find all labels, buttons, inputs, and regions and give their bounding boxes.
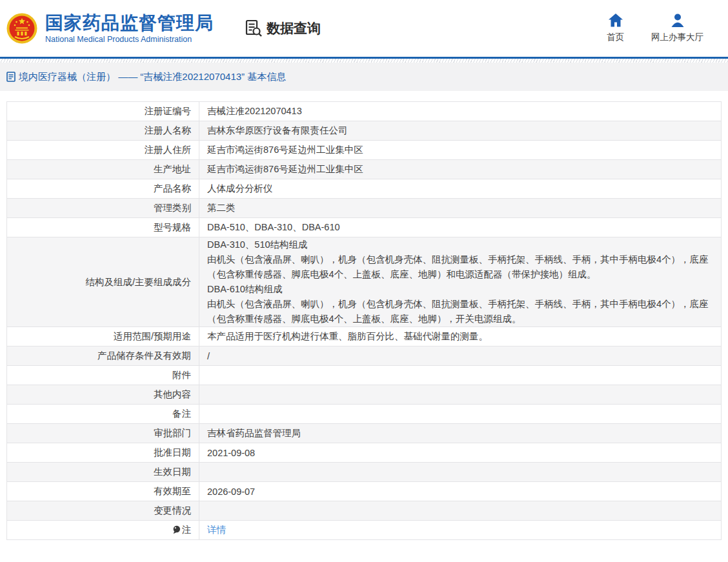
row-value [199,366,722,385]
row-value: / [199,346,722,366]
national-emblem-icon [6,13,37,44]
row-label-text: 管理类别 [154,203,191,213]
site-titles: 国家药品监督管理局 National Medical Products Admi… [45,13,214,44]
table-row: 产品储存条件及有效期/ [7,346,722,366]
row-value: 第二类 [199,199,722,218]
table-row: 注册人住所延吉市鸿运街876号延边州工业集中区 [7,141,722,160]
row-label-text: 生效日期 [154,467,191,477]
row-label: 产品储存条件及有效期 [7,346,199,366]
table-row: 其他内容 [7,385,722,405]
row-value: DBA-510、DBA-310、DBA-610 [199,218,722,237]
row-label-text: 结构及组成/主要组成成分 [85,277,191,287]
row-label-text: 产品储存条件及有效期 [97,350,191,361]
row-value [199,501,722,521]
registration-table-body: 注册证编号吉械注准20212070413注册人名称吉林东华原医疗设备有限责任公司… [7,102,722,540]
data-query-nav[interactable]: 数据查询 [245,19,321,37]
row-label-text: 注册人名称 [145,125,192,135]
data-query-icon [245,19,263,37]
table-row: 注册证编号吉械注准20212070413 [7,102,722,121]
site-title-cn: 国家药品监督管理局 [45,13,214,34]
row-label-text: 适用范围/预期用途 [114,331,191,341]
row-label: 变更情况 [7,501,199,521]
row-value: 本产品适用于医疗机构进行体重、脂肪百分比、基础代谢量的测量。 [199,327,722,346]
row-label: 注册人名称 [7,121,199,141]
table-row: 附件 [7,366,722,385]
row-label: 产品名称 [7,179,199,199]
table-row: 备注 [7,405,722,424]
row-value: 吉林省药品监督管理局 [199,424,722,443]
table-row: 型号规格DBA-510、DBA-310、DBA-610 [7,218,722,237]
table-row: 注册人名称吉林东华原医疗设备有限责任公司 [7,121,722,141]
row-value: 延吉市鸿运街876号延边州工业集中区 [199,141,722,160]
table-row: 管理类别第二类 [7,199,722,218]
table-row: 产品名称人体成分分析仪 [7,179,722,199]
row-value: 吉林东华原医疗设备有限责任公司 [199,121,722,141]
row-value: 人体成分分析仪 [199,179,722,199]
row-label-text: 其他内容 [154,389,191,399]
row-value: 2026-09-07 [199,482,722,501]
nav-home-label: 首页 [607,32,624,43]
row-value: 延吉市鸿运街876号延边州工业集中区 [199,160,722,179]
site-title-en: National Medical Products Administration [45,35,214,44]
row-value: 2021-09-08 [199,443,722,463]
row-label: 注 [7,521,199,540]
breadcrumb: 境内医疗器械（注册） —— “吉械注准20212070413” 基本信息 [0,63,728,91]
table-row: 适用范围/预期用途本产品适用于医疗机构进行体重、脂肪百分比、基础代谢量的测量。 [7,327,722,346]
row-label: 批准日期 [7,443,199,463]
row-label-text: 变更情况 [154,505,191,516]
row-value [199,463,722,482]
row-label-text: 附件 [172,370,191,380]
row-label: 有效期至 [7,482,199,501]
nav-home[interactable]: 首页 [607,14,624,43]
row-label-text: 注册证编号 [145,106,192,116]
row-value: 详情 [199,521,722,540]
row-label-text: 注册人住所 [145,145,192,155]
nav-service-hall-label: 网上办事大厅 [651,32,703,43]
row-value [199,405,722,424]
registration-table: 注册证编号吉械注准20212070413注册人名称吉林东华原医疗设备有限责任公司… [6,101,722,540]
table-row: 注详情 [7,521,722,540]
home-icon [609,14,623,27]
nmpa-logo: 国家药品监督管理局 National Medical Products Admi… [6,13,214,44]
table-row: 变更情况 [7,501,722,521]
row-label-text: 有效期至 [154,486,191,496]
row-label-text: 备注 [172,408,191,419]
document-icon [6,72,15,82]
bulb-icon [172,525,181,534]
row-label-text: 批准日期 [154,447,191,457]
table-row: 批准日期2021-09-08 [7,443,722,463]
header: 国家药品监督管理局 National Medical Products Admi… [0,0,728,57]
row-value [199,385,722,405]
row-value: DBA-310、510结构组成 由机头（包含液晶屏、喇叭），机身（包含机身壳体、… [199,237,722,327]
table-row: 生效日期 [7,463,722,482]
row-label: 注册人住所 [7,141,199,160]
row-label-text: 注 [182,525,192,535]
row-label: 注册证编号 [7,102,199,121]
table-row: 审批部门吉林省药品监督管理局 [7,424,722,443]
breadcrumb-text: 境内医疗器械（注册） —— “吉械注准20212070413” 基本信息 [19,71,286,83]
user-icon [671,14,685,27]
row-label: 管理类别 [7,199,199,218]
table-row: 生产地址延吉市鸿运街876号延边州工业集中区 [7,160,722,179]
row-label: 生产地址 [7,160,199,179]
row-label: 型号规格 [7,218,199,237]
row-label: 其他内容 [7,385,199,405]
row-label-text: 生产地址 [154,164,191,174]
row-label: 生效日期 [7,463,199,482]
row-label: 结构及组成/主要组成成分 [7,237,199,327]
table-row: 结构及组成/主要组成成分DBA-310、510结构组成 由机头（包含液晶屏、喇叭… [7,237,722,327]
nav-service-hall[interactable]: 网上办事大厅 [651,14,703,43]
header-links: 首页 网上办事大厅 [607,14,703,43]
data-query-label: 数据查询 [267,19,321,37]
row-label: 附件 [7,366,199,385]
row-value: 吉械注准20212070413 [199,102,722,121]
row-label: 适用范围/预期用途 [7,327,199,346]
table-row: 有效期至2026-09-07 [7,482,722,501]
row-label-text: 审批部门 [154,428,191,438]
detail-link[interactable]: 详情 [207,525,226,535]
row-label-text: 产品名称 [154,183,191,194]
row-label: 备注 [7,405,199,424]
row-label: 审批部门 [7,424,199,443]
row-label-text: 型号规格 [154,222,191,232]
